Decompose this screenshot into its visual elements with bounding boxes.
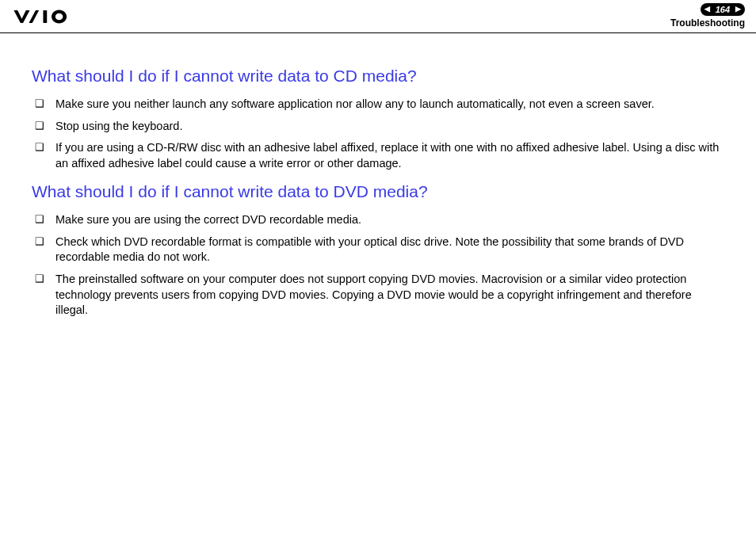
next-page-button[interactable]: ▶ (733, 5, 743, 14)
page-nav: ◀ 164 ▶ (701, 3, 745, 16)
answer-list: Make sure you are using the correct DVD … (32, 212, 724, 318)
list-item: If you are using a CD-R/RW disc with an … (32, 140, 724, 171)
question-heading: What should I do if I cannot write data … (32, 182, 724, 201)
list-item: Check which DVD recordable format is com… (32, 235, 724, 265)
svg-rect-0 (43, 10, 47, 23)
page-number: 164 (712, 4, 733, 15)
answer-list: Make sure you neither launch any softwar… (32, 97, 724, 171)
section-label: Troubleshooting (670, 17, 745, 30)
list-item: Stop using the keyboard. (32, 119, 724, 135)
list-item: The preinstalled software on your comput… (32, 272, 724, 318)
header-right: ◀ 164 ▶ Troubleshooting (670, 2, 745, 29)
vaio-logo (13, 0, 89, 32)
page-content: What should I do if I cannot write data … (0, 33, 756, 318)
page-header: ◀ 164 ▶ Troubleshooting (0, 0, 756, 33)
list-item: Make sure you neither launch any softwar… (32, 97, 724, 113)
question-heading: What should I do if I cannot write data … (32, 67, 724, 86)
list-item: Make sure you are using the correct DVD … (32, 212, 724, 228)
prev-page-button[interactable]: ◀ (702, 5, 712, 14)
